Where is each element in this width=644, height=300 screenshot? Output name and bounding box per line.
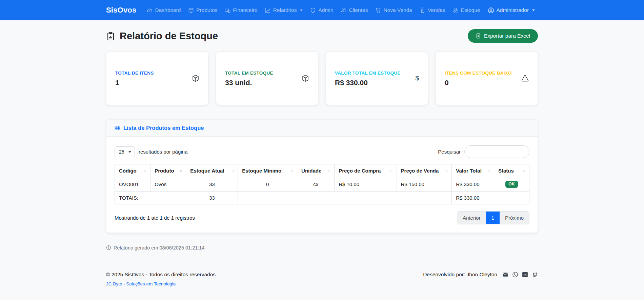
column-header-estoque-minimo[interactable]: Estoque Mínimo↑↓ (238, 164, 297, 177)
nav-item-label: Produtos (196, 7, 217, 13)
chevron-down-icon (532, 9, 535, 11)
sort-icon: ↑↓ (179, 168, 182, 173)
totals-label: TOTAIS: (115, 191, 186, 204)
cell-produto: Ovos (150, 177, 186, 192)
card-value: 33 unid. (225, 79, 298, 87)
developer-text: Desenvolvido por: Jhon Cleyton (423, 272, 497, 278)
report-generated-note: Relatório gerado em 08/06/2025 01:21:14 (106, 245, 538, 251)
search-label: Pesquisar (438, 149, 461, 155)
page-footer: © 2025 SisOvos - Todos os direitos reser… (106, 272, 538, 296)
nav-item-vendas[interactable]: Vendas (416, 4, 449, 16)
column-header-codigo[interactable]: Código↑↓ (115, 164, 150, 177)
nav-item-dashboard[interactable]: Dashboard (143, 4, 184, 16)
user-menu-label: Administrador (497, 7, 529, 13)
github-icon[interactable] (532, 272, 538, 278)
column-header-unidade[interactable]: Unidade↑↓ (297, 164, 335, 177)
cell-status: OK (494, 177, 529, 192)
file-excel-icon (476, 33, 481, 39)
totals-status-spacer (494, 191, 529, 204)
totals-estoque: 33 (186, 191, 238, 204)
cart-icon (375, 7, 381, 13)
nav-item-nova-venda[interactable]: Nova Venda (371, 4, 416, 16)
page-length-label: resultados por página (139, 149, 187, 155)
nav-item-label: Admin (318, 7, 333, 13)
card-total-estoque: TOTAL EM ESTOQUE 33 unid. (216, 52, 318, 105)
page-title-text: Relatório de Estoque (120, 31, 218, 42)
nav-item-produtos[interactable]: Produtos (184, 4, 221, 16)
speedometer-icon (147, 7, 153, 13)
sort-icon: ↑↓ (522, 168, 525, 173)
column-header-status[interactable]: Status↑↓ (494, 164, 529, 177)
info-circle-icon (106, 245, 111, 250)
email-icon[interactable] (502, 272, 508, 278)
shield-icon (310, 7, 316, 13)
sort-icon: ↑↓ (390, 168, 393, 173)
page-title: Relatório de Estoque (106, 31, 218, 42)
copyright-text: © 2025 SisOvos - Todos os direitos reser… (106, 272, 216, 278)
receipt-icon (420, 7, 425, 13)
people-icon (341, 7, 346, 13)
nav-item-label: Nova Venda (383, 7, 412, 13)
products-table-card: Lista de Produtos em Estoque 25 resultad… (106, 119, 538, 233)
sort-icon: ↑↓ (327, 168, 330, 173)
card-title: VALOR TOTAL EM ESTOQUE (335, 70, 412, 77)
page-length-select[interactable]: 25 (115, 146, 135, 157)
table-card-header: Lista de Produtos em Estoque (106, 120, 538, 137)
card-valor-total: VALOR TOTAL EM ESTOQUE R$ 330.00 $ (326, 52, 428, 105)
top-navbar: SisOvos Dashboard Produtos Financeiro Re… (0, 0, 644, 20)
table-row: OVO001 Ovos 33 0 cx R$ 10.00 R$ 150.00 R… (115, 177, 529, 192)
export-excel-button[interactable]: Exportar para Excel (468, 29, 538, 43)
sort-icon: ↑↓ (487, 168, 490, 173)
column-header-estoque-atual[interactable]: Estoque Atual↑↓ (186, 164, 238, 177)
pagination: Anterior 1 Próximo (457, 211, 529, 224)
sort-icon: ↑↓ (290, 168, 293, 173)
cell-preco-venda: R$ 150.00 (397, 177, 452, 192)
nav-item-financeiro[interactable]: Financeiro (221, 4, 261, 16)
box-icon (192, 75, 199, 82)
cell-preco-compra: R$ 10.00 (335, 177, 397, 192)
column-header-preco-venda[interactable]: Preço de Venda↑↓ (397, 164, 452, 177)
pagination-previous-button[interactable]: Anterior (457, 212, 486, 224)
nav-item-admin[interactable]: Admin (306, 4, 337, 16)
status-badge: OK (505, 181, 518, 188)
user-menu[interactable]: Administrador (484, 4, 539, 16)
brand-logo[interactable]: SisOvos (106, 6, 136, 15)
totals-valor: R$ 330.00 (452, 191, 494, 204)
table-icon (115, 125, 120, 131)
nav-item-label: Estoque (461, 7, 480, 13)
nav-item-relatorios[interactable]: Relatórios (261, 4, 307, 16)
table-card-title: Lista de Produtos em Estoque (123, 125, 204, 131)
pagination-next-button[interactable]: Próximo (500, 212, 529, 224)
nav-item-estoque[interactable]: Estoque (449, 4, 484, 16)
nav-item-label: Vendas (428, 7, 445, 13)
table-info: Mostrando de 1 até 1 de 1 registros (115, 215, 195, 221)
chevron-down-icon (300, 9, 303, 11)
sort-icon: ↑↓ (143, 168, 146, 173)
linkedin-icon[interactable]: in (522, 272, 528, 278)
nav-item-label: Clientes (349, 7, 368, 13)
table-header-row: Código↑↓ Produto↑↓ Estoque Atual↑↓ Estoq… (115, 164, 529, 177)
sort-icon: ↑↓ (231, 168, 234, 173)
column-header-valor-total[interactable]: Valor Total↑↓ (452, 164, 494, 177)
dollar-icon: $ (415, 75, 419, 82)
pagination-page-1-button[interactable]: 1 (486, 212, 500, 224)
boxes-icon (453, 7, 459, 13)
nav-item-label: Dashboard (155, 7, 181, 13)
person-circle-icon (488, 7, 494, 14)
warning-icon (521, 75, 529, 82)
column-header-produto[interactable]: Produto↑↓ (150, 164, 186, 177)
svg-text:in: in (524, 273, 527, 277)
box-icon (302, 75, 309, 82)
card-estoque-baixo: ITENS COM ESTOQUE BAIXO 0 (436, 52, 538, 105)
company-link[interactable]: JC Byte - Soluções em Tecnologia (106, 281, 176, 286)
search-input[interactable] (464, 145, 529, 158)
column-header-preco-compra[interactable]: Preço de Compra↑↓ (335, 164, 397, 177)
report-generated-text: Relatório gerado em 08/06/2025 01:21:14 (114, 245, 204, 251)
card-title: TOTAL EM ESTOQUE (225, 70, 298, 77)
card-total-itens: TOTAL DE ITENS 1 (106, 52, 208, 105)
totals-spacer (238, 191, 452, 204)
card-value: 1 (115, 79, 188, 87)
whatsapp-icon[interactable] (512, 272, 518, 278)
card-title: ITENS COM ESTOQUE BAIXO (445, 70, 518, 77)
nav-item-clientes[interactable]: Clientes (337, 4, 371, 16)
